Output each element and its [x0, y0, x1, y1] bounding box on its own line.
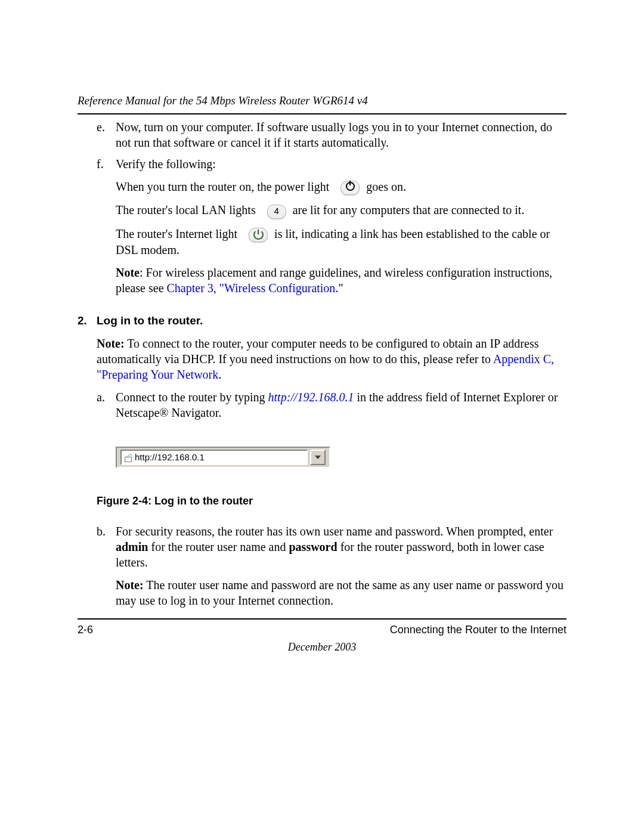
list-item-e: e. Now, turn on your computer. If softwa…	[97, 119, 566, 150]
list-body: Verify the following: When you turn the …	[116, 156, 566, 303]
page-number: 2-6	[78, 623, 93, 637]
list-item-b: b. For security reasons, the router has …	[97, 524, 566, 615]
address-bar-figure: http://192.168.0.1	[116, 447, 566, 468]
lan-light-line: The router's local LAN lights 4 are lit …	[116, 202, 566, 218]
manual-title: Reference Manual for the 54 Mbps Wireles…	[78, 94, 368, 107]
page-header: Reference Manual for the 54 Mbps Wireles…	[78, 94, 566, 114]
page-footer: 2-6 Connecting the Router to the Interne…	[78, 618, 566, 655]
text: For security reasons, the router has its…	[116, 525, 553, 538]
list-marker: e.	[97, 119, 116, 150]
page-icon	[124, 453, 132, 462]
text: When you turn the router on, the power l…	[116, 180, 329, 193]
step-2-body: Note: To connect to the router, your com…	[97, 336, 566, 615]
list-marker: a.	[97, 389, 116, 420]
list-marker: f.	[97, 156, 116, 303]
address-dropdown-button[interactable]	[310, 450, 326, 465]
text: Connect to the router by typing	[116, 391, 268, 404]
address-text: http://192.168.0.1	[135, 451, 205, 463]
text: To connect to the router, your computer …	[97, 337, 538, 366]
internet-icon	[249, 228, 268, 242]
text: for the router user name and	[148, 540, 289, 553]
chevron-down-icon	[315, 456, 321, 459]
text: The router user name and password are no…	[116, 578, 564, 607]
text: The router's Internet light	[116, 227, 237, 240]
text: goes on.	[366, 180, 406, 193]
note-label: Note:	[97, 337, 125, 350]
admin-word: admin	[116, 540, 148, 553]
list-body: Now, turn on your computer. If software …	[116, 119, 566, 150]
lan-port-4-icon: 4	[267, 205, 286, 219]
list-item-f: f. Verify the following: When you turn t…	[97, 156, 566, 303]
internet-light-line: The router's Internet light is lit, indi…	[116, 226, 566, 258]
address-input[interactable]: http://192.168.0.1	[120, 450, 308, 465]
footer-row: 2-6 Connecting the Router to the Interne…	[78, 623, 566, 637]
credentials-note: Note: The router user name and password …	[116, 577, 566, 608]
address-bar: http://192.168.0.1	[116, 447, 330, 468]
power-light-line: When you turn the router on, the power l…	[116, 179, 566, 195]
figure-caption: Figure 2-4: Log in to the router	[97, 494, 566, 508]
router-url-link[interactable]: http://192.168.0.1	[268, 391, 354, 404]
document-page: Reference Manual for the 54 Mbps Wireles…	[0, 0, 644, 833]
credentials-text: For security reasons, the router has its…	[116, 524, 566, 570]
dhcp-note: Note: To connect to the router, your com…	[97, 336, 566, 382]
list-body: Connect to the router by typing http://1…	[116, 389, 566, 420]
wireless-note: Note: For wireless placement and range g…	[116, 265, 566, 296]
step-number: 2.	[78, 314, 97, 329]
text: are lit for any computers that are conne…	[293, 203, 525, 216]
note-label: Note:	[116, 578, 144, 592]
list-body: For security reasons, the router has its…	[116, 524, 566, 615]
page-body: e. Now, turn on your computer. If softwa…	[78, 119, 566, 621]
text: ."	[335, 281, 343, 295]
list-item-a: a. Connect to the router by typing http:…	[97, 389, 566, 420]
text: .	[218, 368, 221, 381]
section-title: Connecting the Router to the Internet	[390, 623, 566, 637]
chapter3-link[interactable]: Chapter 3, "Wireless Configuration	[167, 281, 336, 295]
password-word: password	[289, 540, 337, 553]
footer-date: December 2003	[78, 640, 566, 654]
step-2-heading: 2.Log in to the router.	[78, 314, 566, 329]
step-title: Log in to the router.	[97, 314, 203, 327]
list-marker: b.	[97, 524, 116, 615]
power-icon	[340, 181, 360, 195]
text: The router's local LAN lights	[116, 203, 256, 216]
verify-heading: Verify the following:	[116, 156, 566, 172]
note-label: Note	[116, 266, 140, 279]
